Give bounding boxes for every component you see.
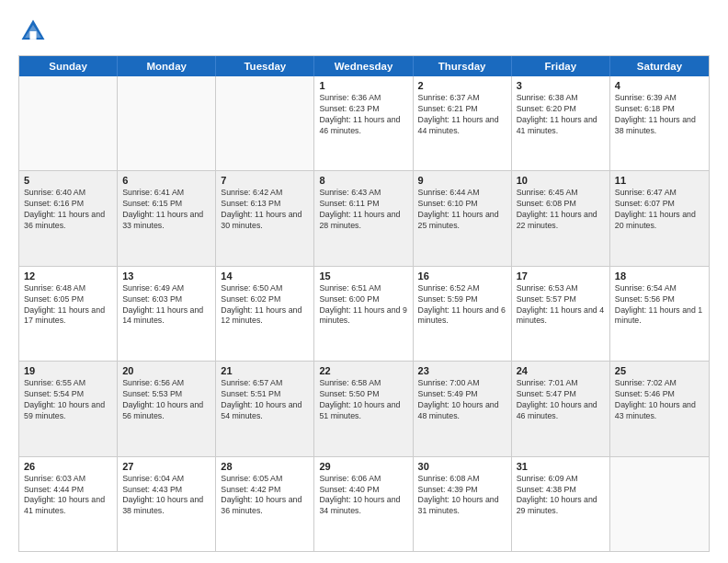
day-cell-9: 9Sunrise: 6:44 AM Sunset: 6:10 PM Daylig…	[414, 171, 512, 265]
day-cell-25: 25Sunrise: 7:02 AM Sunset: 5:46 PM Dayli…	[610, 362, 709, 455]
day-number: 24	[517, 365, 605, 376]
day-cell-24: 24Sunrise: 7:01 AM Sunset: 5:47 PM Dayli…	[512, 362, 610, 455]
day-number: 11	[615, 175, 704, 186]
day-cell-17: 17Sunrise: 6:53 AM Sunset: 5:57 PM Dayli…	[512, 267, 610, 361]
day-info: Sunrise: 6:09 AM Sunset: 4:38 PM Dayligh…	[517, 474, 605, 518]
day-cell-21: 21Sunrise: 6:57 AM Sunset: 5:51 PM Dayli…	[216, 362, 314, 455]
day-info: Sunrise: 6:51 AM Sunset: 6:00 PM Dayligh…	[319, 283, 407, 327]
day-info: Sunrise: 6:03 AM Sunset: 4:44 PM Dayligh…	[24, 474, 112, 518]
day-info: Sunrise: 6:05 AM Sunset: 4:42 PM Dayligh…	[221, 474, 309, 518]
day-info: Sunrise: 6:54 AM Sunset: 5:56 PM Dayligh…	[615, 283, 704, 327]
day-cell-30: 30Sunrise: 6:08 AM Sunset: 4:39 PM Dayli…	[414, 457, 512, 551]
day-number: 25	[615, 365, 704, 376]
logo-icon	[18, 17, 48, 46]
header	[18, 17, 710, 46]
day-cell-14: 14Sunrise: 6:50 AM Sunset: 6:02 PM Dayli…	[216, 267, 314, 361]
day-number: 7	[221, 175, 309, 186]
day-info: Sunrise: 6:47 AM Sunset: 6:07 PM Dayligh…	[615, 188, 704, 232]
day-info: Sunrise: 7:02 AM Sunset: 5:46 PM Dayligh…	[615, 378, 704, 422]
day-cell-10: 10Sunrise: 6:45 AM Sunset: 6:08 PM Dayli…	[512, 171, 610, 265]
calendar-row-1: 5Sunrise: 6:40 AM Sunset: 6:16 PM Daylig…	[19, 170, 709, 265]
day-cell-28: 28Sunrise: 6:05 AM Sunset: 4:42 PM Dayli…	[216, 457, 314, 551]
day-info: Sunrise: 6:53 AM Sunset: 5:57 PM Dayligh…	[517, 283, 605, 327]
day-number: 18	[615, 270, 704, 282]
day-number: 9	[418, 175, 506, 186]
day-cell-8: 8Sunrise: 6:43 AM Sunset: 6:11 PM Daylig…	[314, 171, 413, 265]
day-cell-29: 29Sunrise: 6:06 AM Sunset: 4:40 PM Dayli…	[314, 457, 413, 551]
day-number: 13	[122, 270, 210, 282]
day-number: 10	[517, 175, 605, 186]
calendar-row-3: 19Sunrise: 6:55 AM Sunset: 5:54 PM Dayli…	[19, 361, 709, 455]
calendar: SundayMondayTuesdayWednesdayThursdayFrid…	[18, 55, 710, 552]
day-number: 21	[221, 365, 309, 376]
day-cell-23: 23Sunrise: 7:00 AM Sunset: 5:49 PM Dayli…	[414, 362, 512, 455]
empty-cell-r0c1	[118, 76, 216, 170]
day-info: Sunrise: 6:41 AM Sunset: 6:15 PM Dayligh…	[122, 188, 210, 232]
day-cell-5: 5Sunrise: 6:40 AM Sunset: 6:16 PM Daylig…	[19, 171, 118, 265]
day-number: 20	[122, 365, 210, 376]
day-cell-27: 27Sunrise: 6:04 AM Sunset: 4:43 PM Dayli…	[118, 457, 216, 551]
day-cell-2: 2Sunrise: 6:37 AM Sunset: 6:21 PM Daylig…	[414, 76, 512, 170]
day-number: 17	[517, 270, 605, 282]
calendar-body: 1Sunrise: 6:36 AM Sunset: 6:23 PM Daylig…	[19, 76, 709, 551]
day-info: Sunrise: 6:44 AM Sunset: 6:10 PM Dayligh…	[418, 188, 506, 232]
day-cell-22: 22Sunrise: 6:58 AM Sunset: 5:50 PM Dayli…	[314, 362, 413, 455]
day-info: Sunrise: 6:55 AM Sunset: 5:54 PM Dayligh…	[24, 378, 112, 422]
day-info: Sunrise: 6:38 AM Sunset: 6:20 PM Dayligh…	[517, 93, 605, 137]
day-number: 22	[319, 365, 407, 376]
day-cell-11: 11Sunrise: 6:47 AM Sunset: 6:07 PM Dayli…	[610, 171, 709, 265]
day-info: Sunrise: 6:58 AM Sunset: 5:50 PM Dayligh…	[319, 378, 407, 422]
calendar-row-2: 12Sunrise: 6:48 AM Sunset: 6:05 PM Dayli…	[19, 266, 709, 361]
day-number: 30	[418, 461, 506, 472]
day-number: 26	[24, 461, 112, 472]
day-number: 28	[221, 461, 309, 472]
header-day-tuesday: Tuesday	[216, 56, 314, 76]
day-info: Sunrise: 6:43 AM Sunset: 6:11 PM Dayligh…	[319, 188, 407, 232]
day-number: 6	[122, 175, 210, 186]
calendar-header-row: SundayMondayTuesdayWednesdayThursdayFrid…	[19, 56, 709, 76]
day-number: 31	[517, 461, 605, 472]
day-number: 16	[418, 270, 506, 282]
day-cell-1: 1Sunrise: 6:36 AM Sunset: 6:23 PM Daylig…	[314, 76, 413, 170]
day-cell-3: 3Sunrise: 6:38 AM Sunset: 6:20 PM Daylig…	[512, 76, 610, 170]
logo	[18, 17, 51, 46]
day-cell-12: 12Sunrise: 6:48 AM Sunset: 6:05 PM Dayli…	[19, 267, 118, 361]
day-cell-7: 7Sunrise: 6:42 AM Sunset: 6:13 PM Daylig…	[216, 171, 314, 265]
day-number: 23	[418, 365, 506, 376]
header-day-saturday: Saturday	[610, 56, 709, 76]
header-day-thursday: Thursday	[414, 56, 512, 76]
day-cell-13: 13Sunrise: 6:49 AM Sunset: 6:03 PM Dayli…	[118, 267, 216, 361]
day-number: 12	[24, 270, 112, 282]
day-number: 3	[517, 80, 605, 91]
day-info: Sunrise: 6:56 AM Sunset: 5:53 PM Dayligh…	[122, 378, 210, 422]
day-info: Sunrise: 6:49 AM Sunset: 6:03 PM Dayligh…	[122, 283, 210, 327]
day-info: Sunrise: 6:52 AM Sunset: 5:59 PM Dayligh…	[418, 283, 506, 327]
header-day-monday: Monday	[118, 56, 216, 76]
day-number: 29	[319, 461, 407, 472]
day-cell-6: 6Sunrise: 6:41 AM Sunset: 6:15 PM Daylig…	[118, 171, 216, 265]
day-number: 4	[615, 80, 704, 91]
empty-cell-r0c0	[19, 76, 118, 170]
day-info: Sunrise: 6:42 AM Sunset: 6:13 PM Dayligh…	[221, 188, 309, 232]
day-info: Sunrise: 6:50 AM Sunset: 6:02 PM Dayligh…	[221, 283, 309, 327]
day-cell-19: 19Sunrise: 6:55 AM Sunset: 5:54 PM Dayli…	[19, 362, 118, 455]
day-info: Sunrise: 6:45 AM Sunset: 6:08 PM Dayligh…	[517, 188, 605, 232]
day-info: Sunrise: 7:00 AM Sunset: 5:49 PM Dayligh…	[418, 378, 506, 422]
day-cell-15: 15Sunrise: 6:51 AM Sunset: 6:00 PM Dayli…	[314, 267, 413, 361]
calendar-row-4: 26Sunrise: 6:03 AM Sunset: 4:44 PM Dayli…	[19, 456, 709, 551]
day-info: Sunrise: 6:36 AM Sunset: 6:23 PM Dayligh…	[319, 93, 407, 137]
day-number: 27	[122, 461, 210, 472]
empty-cell-r0c2	[216, 76, 314, 170]
day-cell-20: 20Sunrise: 6:56 AM Sunset: 5:53 PM Dayli…	[118, 362, 216, 455]
day-cell-16: 16Sunrise: 6:52 AM Sunset: 5:59 PM Dayli…	[414, 267, 512, 361]
day-info: Sunrise: 6:37 AM Sunset: 6:21 PM Dayligh…	[418, 93, 506, 137]
day-info: Sunrise: 6:40 AM Sunset: 6:16 PM Dayligh…	[24, 188, 112, 232]
day-number: 1	[319, 80, 407, 91]
header-day-wednesday: Wednesday	[314, 56, 413, 76]
day-cell-31: 31Sunrise: 6:09 AM Sunset: 4:38 PM Dayli…	[512, 457, 610, 551]
day-info: Sunrise: 6:06 AM Sunset: 4:40 PM Dayligh…	[319, 474, 407, 518]
calendar-row-0: 1Sunrise: 6:36 AM Sunset: 6:23 PM Daylig…	[19, 76, 709, 170]
day-number: 5	[24, 175, 112, 186]
header-day-friday: Friday	[512, 56, 610, 76]
empty-cell-r4c6	[610, 457, 709, 551]
